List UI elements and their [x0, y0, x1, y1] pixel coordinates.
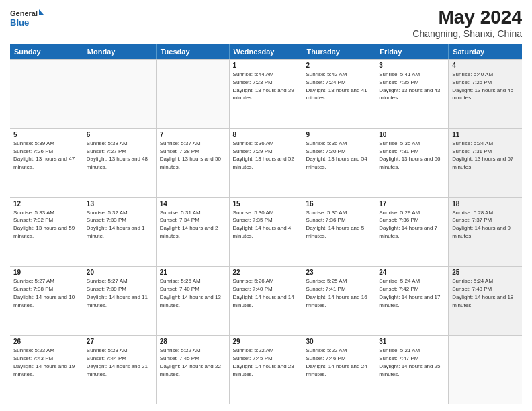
day-cell-19: 19Sunrise: 5:27 AMSunset: 7:38 PMDayligh… [10, 267, 83, 335]
day-cell-12: 12Sunrise: 5:33 AMSunset: 7:32 PMDayligh… [10, 198, 83, 267]
day-cell-22: 22Sunrise: 5:26 AMSunset: 7:40 PMDayligh… [230, 267, 303, 335]
page-header: General Blue May 2024 Changning, Shanxi,… [10, 7, 522, 39]
subtitle: Changning, Shanxi, China [412, 28, 522, 39]
day-cell-9: 9Sunrise: 5:36 AMSunset: 7:30 PMDaylight… [302, 129, 375, 197]
day-cell-27: 27Sunrise: 5:23 AMSunset: 7:44 PMDayligh… [83, 336, 157, 404]
day-cell-21: 21Sunrise: 5:26 AMSunset: 7:40 PMDayligh… [157, 267, 230, 335]
day-cell-4: 4Sunrise: 5:40 AMSunset: 7:26 PMDaylight… [449, 60, 522, 128]
empty-cell [83, 60, 157, 128]
day-cell-25: 25Sunrise: 5:24 AMSunset: 7:43 PMDayligh… [449, 267, 522, 335]
day-cell-13: 13Sunrise: 5:32 AMSunset: 7:33 PMDayligh… [83, 198, 157, 267]
svg-text:Blue: Blue [10, 17, 29, 28]
calendar-header: SundayMondayTuesdayWednesdayThursdayFrid… [10, 44, 522, 59]
day-cell-7: 7Sunrise: 5:37 AMSunset: 7:28 PMDaylight… [157, 129, 230, 197]
header-day-monday: Monday [83, 44, 157, 59]
day-cell-16: 16Sunrise: 5:30 AMSunset: 7:36 PMDayligh… [302, 198, 375, 267]
day-cell-5: 5Sunrise: 5:39 AMSunset: 7:26 PMDaylight… [10, 129, 83, 197]
day-cell-31: 31Sunrise: 5:21 AMSunset: 7:47 PMDayligh… [375, 336, 449, 404]
header-day-sunday: Sunday [10, 44, 83, 59]
day-cell-11: 11Sunrise: 5:34 AMSunset: 7:31 PMDayligh… [449, 129, 522, 197]
title-block: May 2024 Changning, Shanxi, China [412, 7, 522, 39]
empty-cell [449, 336, 522, 404]
empty-cell [157, 60, 230, 128]
day-cell-2: 2Sunrise: 5:42 AMSunset: 7:24 PMDaylight… [302, 60, 375, 128]
header-day-wednesday: Wednesday [230, 44, 303, 59]
day-cell-20: 20Sunrise: 5:27 AMSunset: 7:39 PMDayligh… [83, 267, 157, 335]
logo: General Blue [10, 7, 44, 31]
day-cell-29: 29Sunrise: 5:22 AMSunset: 7:45 PMDayligh… [230, 336, 303, 404]
day-cell-30: 30Sunrise: 5:22 AMSunset: 7:46 PMDayligh… [302, 336, 375, 404]
logo-svg: General Blue [10, 7, 44, 31]
calendar-body: 1Sunrise: 5:44 AMSunset: 7:23 PMDaylight… [10, 59, 522, 404]
day-cell-10: 10Sunrise: 5:35 AMSunset: 7:31 PMDayligh… [375, 129, 449, 197]
calendar: SundayMondayTuesdayWednesdayThursdayFrid… [10, 44, 522, 404]
header-day-friday: Friday [375, 44, 449, 59]
svg-text:General: General [10, 9, 38, 17]
day-cell-24: 24Sunrise: 5:24 AMSunset: 7:42 PMDayligh… [375, 267, 449, 335]
calendar-week-1: 5Sunrise: 5:39 AMSunset: 7:26 PMDaylight… [10, 129, 522, 198]
header-day-thursday: Thursday [302, 44, 375, 59]
day-cell-17: 17Sunrise: 5:29 AMSunset: 7:36 PMDayligh… [375, 198, 449, 267]
calendar-week-0: 1Sunrise: 5:44 AMSunset: 7:23 PMDaylight… [10, 60, 522, 129]
main-title: May 2024 [412, 7, 522, 28]
calendar-week-3: 19Sunrise: 5:27 AMSunset: 7:38 PMDayligh… [10, 267, 522, 336]
calendar-week-4: 26Sunrise: 5:23 AMSunset: 7:43 PMDayligh… [10, 336, 522, 404]
day-cell-1: 1Sunrise: 5:44 AMSunset: 7:23 PMDaylight… [230, 60, 303, 128]
header-day-saturday: Saturday [449, 44, 522, 59]
day-cell-15: 15Sunrise: 5:30 AMSunset: 7:35 PMDayligh… [230, 198, 303, 267]
day-cell-6: 6Sunrise: 5:38 AMSunset: 7:27 PMDaylight… [83, 129, 157, 197]
svg-marker-2 [39, 9, 44, 15]
day-cell-3: 3Sunrise: 5:41 AMSunset: 7:25 PMDaylight… [375, 60, 449, 128]
day-cell-26: 26Sunrise: 5:23 AMSunset: 7:43 PMDayligh… [10, 336, 83, 404]
day-cell-23: 23Sunrise: 5:25 AMSunset: 7:41 PMDayligh… [302, 267, 375, 335]
calendar-week-2: 12Sunrise: 5:33 AMSunset: 7:32 PMDayligh… [10, 198, 522, 267]
day-cell-8: 8Sunrise: 5:36 AMSunset: 7:29 PMDaylight… [230, 129, 303, 197]
empty-cell [10, 60, 83, 128]
day-cell-28: 28Sunrise: 5:22 AMSunset: 7:45 PMDayligh… [157, 336, 230, 404]
day-cell-14: 14Sunrise: 5:31 AMSunset: 7:34 PMDayligh… [157, 198, 230, 267]
day-cell-18: 18Sunrise: 5:28 AMSunset: 7:37 PMDayligh… [449, 198, 522, 267]
header-day-tuesday: Tuesday [157, 44, 230, 59]
